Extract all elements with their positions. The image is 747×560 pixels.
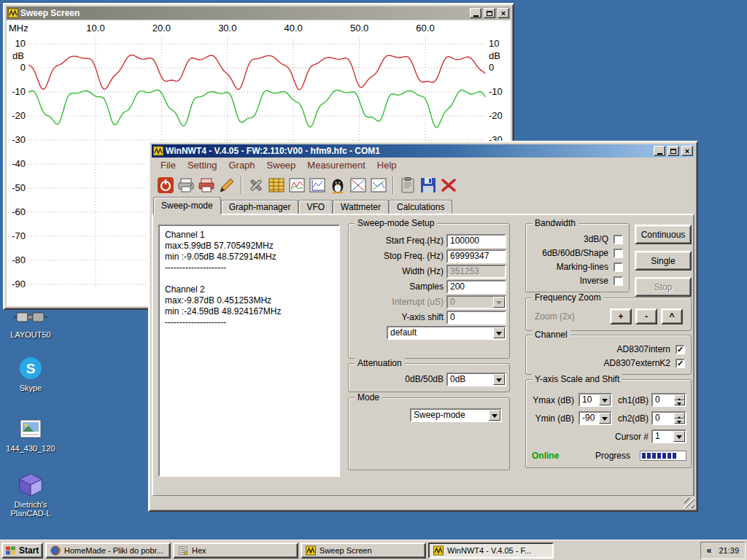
winnwt-window: WinNWT4 - V.4.05 - FW:2.110:V00 - hfm9.h… [148,141,698,512]
interrupt-us-combo[interactable]: 0 [446,295,506,309]
winnwt-titlebar[interactable]: WinNWT4 - V.4.05 - FW:2.110:V00 - hfm9.h… [152,144,694,158]
chart-diag2-icon[interactable] [369,176,388,195]
tray-expand-button[interactable]: « [707,545,712,556]
save-icon[interactable] [419,176,438,195]
menu-sweep[interactable]: Sweep [261,158,302,172]
ymax-combo[interactable]: 10 [578,393,612,407]
tab-wattmeter[interactable]: Wattmeter [333,200,389,214]
chart-frame-icon[interactable] [308,176,327,195]
group-title: Bandwidth [532,218,578,228]
start-button[interactable]: Start [1,542,43,559]
stop-freq-hz-field[interactable]: 69999347 [446,249,506,263]
sweep-maximize-button[interactable] [484,8,495,18]
samples-field[interactable]: 200 [446,280,506,294]
sweep-minimize-button[interactable] [470,8,481,18]
dropdown-arrow-icon[interactable] [673,431,685,442]
winnwt-app-icon [153,146,163,156]
taskbar-homemade-pliki-do-pobr[interactable]: HomeMade - Pliki do pobr... [45,542,171,559]
svg-text:20.0: 20.0 [152,23,171,34]
grid-icon[interactable] [267,176,286,195]
shift-ch1-label: ch1(dB) [612,393,649,408]
pen-icon[interactable] [217,176,236,195]
printer-red-icon[interactable] [197,176,216,195]
zoom-out-button[interactable]: - [635,308,657,324]
svg-text:dB: dB [12,50,24,61]
menu-measurement[interactable]: Measurement [301,158,371,172]
desktop-icon-skype[interactable]: SSkype [1,354,60,392]
shift-ch1-spin[interactable]: 0 [651,393,686,407]
shift-ch2-spin[interactable]: 0 [651,411,686,425]
dropdown-arrow-icon[interactable] [493,327,505,338]
sweep-titlebar[interactable]: Sweep Screen × [7,7,511,20]
ad8307intern-checkbox[interactable]: ✓ [676,345,685,354]
desktop-icon-plancad[interactable]: Dietrich's PlanCAD-L [1,470,60,518]
interrupt-us-label: Interrupt (uS) [352,295,444,309]
chart-lines-icon[interactable] [287,176,306,195]
dropdown-arrow-icon[interactable] [493,297,505,308]
tux-penguin-icon[interactable] [328,176,347,195]
6db-60db-shape-label: 6dB/60dB/Shape [542,248,608,259]
shift-ch2-label: ch2(dB) [612,411,649,426]
6db-60db-shape-checkbox[interactable] [614,249,623,258]
channel-info-panel: Channel 1max:5.99dB 57.705492MHzmin :-9.… [158,225,340,477]
clipboard-icon[interactable] [398,176,417,195]
desktop-icon-image-144-430-120[interactable]: 144_430_120 [1,414,60,453]
taskbar-hex[interactable]: Hex [173,542,298,559]
system-tray: « 21:39 [700,542,746,559]
chart-diag-icon[interactable] [349,176,368,195]
menu-help[interactable]: Help [371,158,403,172]
3db-q-checkbox[interactable] [614,235,623,244]
tab-calculations[interactable]: Calculations [389,200,452,214]
inverse-label: Inverse [580,276,608,287]
info-line: max:-9.87dB 0.451253MHz [165,295,333,306]
disconnect-icon[interactable] [439,176,458,195]
dropdown-arrow-icon[interactable] [489,410,500,421]
dropdown-arrow-icon[interactable] [599,394,611,405]
ad8307externk2-checkbox[interactable]: ✓ [676,359,685,368]
progress-segment [667,453,671,459]
winnwt-minimize-button[interactable] [654,146,665,156]
tab-sweep-mode[interactable]: Sweep-mode [153,197,221,214]
continuous-button[interactable]: Continuous [635,225,692,244]
resize-grip[interactable] [684,498,694,508]
sweep-close-button[interactable]: × [498,8,509,18]
zoom-up-button[interactable]: ^ [661,308,683,324]
dropdown-arrow-icon[interactable] [599,413,611,424]
power-icon[interactable] [156,176,175,195]
taskbar-winnwt4-v-4-05-f[interactable]: WinNWT4 - V.4.05 - F... [428,542,554,559]
tab-vfo[interactable]: VFO [298,200,333,214]
printer-icon[interactable] [177,176,196,195]
dropdown-arrow-icon[interactable] [493,374,505,385]
taskbar-sweep-screen[interactable]: Sweep Screen [301,542,426,559]
svg-text:-90: -90 [12,279,26,289]
group-title: Mode [355,392,382,402]
sweep-icon [305,545,317,556]
zoom-in-button[interactable]: + [610,308,632,324]
mode-combo[interactable]: Sweep-mode [410,408,502,422]
winnwt-close-button[interactable]: × [681,146,693,156]
svg-text:-20: -20 [12,110,26,121]
stop-button[interactable]: Stop [635,277,692,297]
profile-combo[interactable]: default [387,326,506,340]
y-axis-shift-field[interactable]: 0 [446,311,506,324]
spin-arrows[interactable] [674,413,685,424]
winnwt-maximize-button[interactable] [667,146,679,156]
single-button[interactable]: Single [635,251,692,271]
image-144-430-120-icon [1,414,60,442]
menu-setting[interactable]: Setting [182,158,222,172]
marking-lines-checkbox[interactable] [614,262,623,272]
inverse-checkbox[interactable] [614,276,623,286]
tab-graph-manager[interactable]: Graph-manager [221,200,299,214]
ymin-combo[interactable]: -90 [578,411,612,425]
spin-arrows[interactable] [674,394,685,405]
cursor-combo[interactable]: 1 [651,429,686,443]
start-freq-hz-field[interactable]: 100000 [446,234,506,248]
menu-graph[interactable]: Graph [222,158,260,172]
tools-icon[interactable] [247,176,266,195]
attenuation-combo[interactable]: 0dB [446,373,506,386]
group-title: Attenuation [355,358,405,368]
svg-text:-50: -50 [12,182,26,193]
info-line: Channel 2 [165,284,333,295]
width-hz-field[interactable]: 351253 [446,265,506,279]
menu-file[interactable]: File [155,158,182,172]
